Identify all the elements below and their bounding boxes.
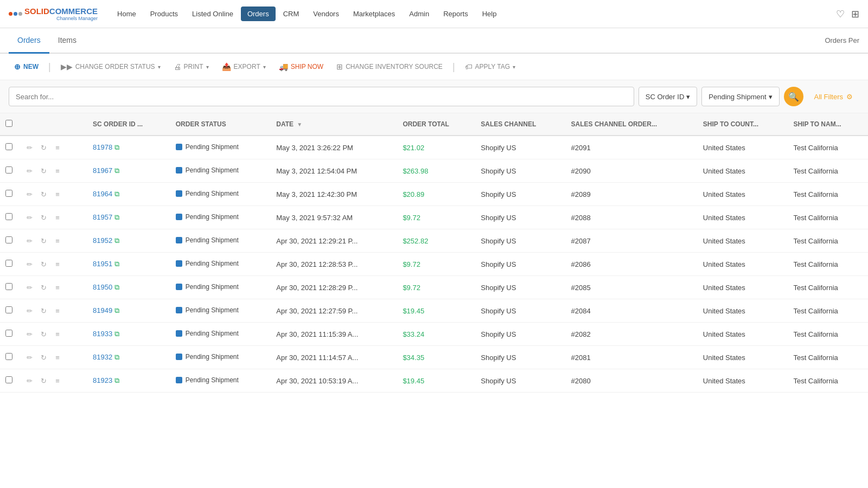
edit-icon[interactable]: ✏ bbox=[23, 375, 35, 387]
copy-icon[interactable]: ⧉ bbox=[114, 213, 119, 221]
edit-icon[interactable]: ✏ bbox=[23, 351, 35, 363]
status-dropdown[interactable]: Pending Shipment ▾ bbox=[701, 87, 779, 106]
list-icon[interactable]: ≡ bbox=[52, 165, 63, 177]
all-filters-button[interactable]: All Filters ⚙ bbox=[808, 87, 859, 106]
copy-icon[interactable]: ⧉ bbox=[114, 143, 119, 151]
date-header[interactable]: DATE ▼ bbox=[271, 113, 397, 136]
row-checkbox[interactable] bbox=[5, 166, 12, 174]
nav-vendors[interactable]: Vendors bbox=[307, 7, 346, 21]
nav-home[interactable]: Home bbox=[111, 7, 143, 21]
order-id-link[interactable]: 81949 bbox=[93, 306, 112, 314]
order-id-link[interactable]: 81932 bbox=[93, 353, 112, 361]
new-button[interactable]: ⊕ NEW bbox=[9, 59, 44, 74]
row-ship-country: United States bbox=[698, 136, 788, 159]
heart-icon[interactable]: ♡ bbox=[836, 8, 845, 20]
search-input[interactable] bbox=[9, 87, 634, 106]
row-checkbox[interactable] bbox=[5, 306, 12, 313]
copy-icon[interactable]: ⧉ bbox=[114, 283, 119, 291]
export-caret: ▾ bbox=[263, 64, 266, 70]
history-icon[interactable]: ↻ bbox=[37, 211, 49, 223]
history-icon[interactable]: ↻ bbox=[37, 142, 49, 153]
row-checkbox[interactable] bbox=[5, 143, 12, 150]
copy-icon[interactable]: ⧉ bbox=[114, 376, 119, 384]
edit-icon[interactable]: ✏ bbox=[23, 328, 35, 340]
list-icon[interactable]: ≡ bbox=[52, 351, 63, 363]
row-checkbox[interactable] bbox=[5, 213, 12, 220]
select-all-checkbox[interactable] bbox=[5, 120, 12, 127]
copy-icon[interactable]: ⧉ bbox=[114, 260, 119, 268]
history-icon[interactable]: ↻ bbox=[37, 351, 49, 363]
list-icon[interactable]: ≡ bbox=[52, 305, 63, 317]
change-order-status-button[interactable]: ▶▶ CHANGE ORDER STATUS ▾ bbox=[55, 59, 166, 74]
edit-icon[interactable]: ✏ bbox=[23, 281, 35, 293]
ship-now-button[interactable]: 🚚 SHIP NOW bbox=[273, 59, 329, 74]
grid-icon[interactable]: ⊞ bbox=[851, 8, 859, 20]
order-id-link[interactable]: 81964 bbox=[93, 190, 112, 198]
list-icon[interactable]: ≡ bbox=[52, 235, 63, 247]
edit-icon[interactable]: ✏ bbox=[23, 211, 35, 223]
order-id-link[interactable]: 81933 bbox=[93, 330, 112, 338]
export-button[interactable]: 📤 EXPORT ▾ bbox=[216, 59, 271, 74]
history-icon[interactable]: ↻ bbox=[37, 188, 49, 200]
row-checkbox[interactable] bbox=[5, 236, 12, 243]
copy-icon[interactable]: ⧉ bbox=[114, 330, 119, 338]
status-indicator bbox=[176, 354, 182, 360]
order-id-link[interactable]: 81951 bbox=[93, 260, 112, 268]
edit-icon[interactable]: ✏ bbox=[23, 188, 35, 200]
row-checkbox[interactable] bbox=[5, 376, 12, 383]
table-row: ✏ ↻ ≡ 81952 ⧉ Pending Shipment Apr 30, 2… bbox=[0, 229, 868, 253]
tab-items[interactable]: Items bbox=[49, 28, 85, 54]
copy-icon[interactable]: ⧉ bbox=[114, 190, 119, 198]
copy-icon[interactable]: ⧉ bbox=[114, 236, 119, 245]
history-icon[interactable]: ↻ bbox=[37, 235, 49, 247]
nav-reports[interactable]: Reports bbox=[437, 7, 475, 21]
edit-icon[interactable]: ✏ bbox=[23, 258, 35, 270]
history-icon[interactable]: ↻ bbox=[37, 165, 49, 177]
order-id-link[interactable]: 81957 bbox=[93, 213, 112, 221]
list-icon[interactable]: ≡ bbox=[52, 328, 63, 340]
nav-orders[interactable]: Orders bbox=[241, 7, 276, 21]
list-icon[interactable]: ≡ bbox=[52, 211, 63, 223]
list-icon[interactable]: ≡ bbox=[52, 142, 63, 153]
list-icon[interactable]: ≡ bbox=[52, 281, 63, 293]
history-icon[interactable]: ↻ bbox=[37, 375, 49, 387]
copy-icon[interactable]: ⧉ bbox=[114, 306, 119, 314]
apply-tag-button[interactable]: 🏷 APPLY TAG ▾ bbox=[459, 59, 521, 74]
copy-icon[interactable]: ⧉ bbox=[114, 166, 119, 175]
print-button[interactable]: 🖨 PRINT ▾ bbox=[168, 59, 214, 74]
history-icon[interactable]: ↻ bbox=[37, 328, 49, 340]
history-icon[interactable]: ↻ bbox=[37, 281, 49, 293]
row-checkbox[interactable] bbox=[5, 283, 12, 290]
row-checkbox[interactable] bbox=[5, 330, 12, 337]
nav-listed-online[interactable]: Listed Online bbox=[186, 7, 240, 21]
list-icon[interactable]: ≡ bbox=[52, 258, 63, 270]
edit-icon[interactable]: ✏ bbox=[23, 142, 35, 153]
nav-help[interactable]: Help bbox=[476, 7, 503, 21]
row-checkbox[interactable] bbox=[5, 190, 12, 197]
search-button[interactable]: 🔍 bbox=[784, 87, 803, 106]
list-icon[interactable]: ≡ bbox=[52, 188, 63, 200]
logo-text: SOLIDCOMMERCE Channels Manager bbox=[24, 7, 98, 21]
edit-icon[interactable]: ✏ bbox=[23, 165, 35, 177]
edit-icon[interactable]: ✏ bbox=[23, 235, 35, 247]
order-id-dropdown[interactable]: SC Order ID ▾ bbox=[639, 87, 698, 106]
change-inventory-button[interactable]: ⊞ CHANGE INVENTORY SOURCE bbox=[331, 59, 448, 74]
order-id-link[interactable]: 81923 bbox=[93, 376, 112, 384]
order-id-link[interactable]: 81967 bbox=[93, 166, 112, 175]
history-icon[interactable]: ↻ bbox=[37, 258, 49, 270]
order-id-link[interactable]: 81952 bbox=[93, 236, 112, 245]
row-checkbox[interactable] bbox=[5, 353, 12, 360]
nav-marketplaces[interactable]: Marketplaces bbox=[347, 7, 401, 21]
list-icon[interactable]: ≡ bbox=[52, 375, 63, 387]
nav-admin[interactable]: Admin bbox=[403, 7, 436, 21]
edit-icon[interactable]: ✏ bbox=[23, 305, 35, 317]
row-actions-cell: ✏ ↻ ≡ bbox=[18, 159, 87, 183]
tab-orders[interactable]: Orders bbox=[9, 28, 49, 54]
history-icon[interactable]: ↻ bbox=[37, 305, 49, 317]
nav-products[interactable]: Products bbox=[144, 7, 184, 21]
order-id-link[interactable]: 81978 bbox=[93, 143, 112, 151]
nav-crm[interactable]: CRM bbox=[277, 7, 306, 21]
order-id-link[interactable]: 81950 bbox=[93, 283, 112, 291]
row-checkbox[interactable] bbox=[5, 260, 12, 267]
copy-icon[interactable]: ⧉ bbox=[114, 353, 119, 361]
